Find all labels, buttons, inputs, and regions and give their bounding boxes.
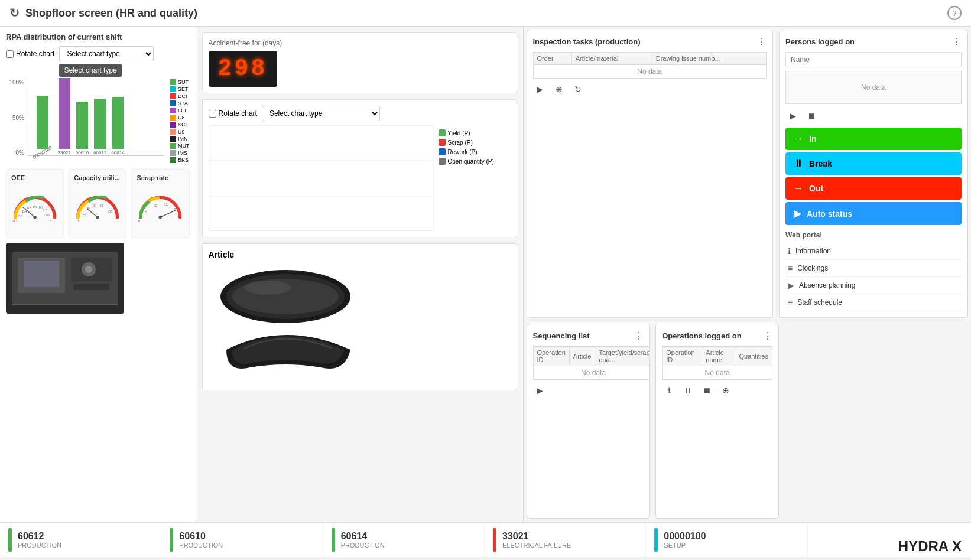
portal-staff[interactable]: ≡ Staff schedule bbox=[785, 294, 962, 311]
scrap-label: Scrap (P) bbox=[448, 139, 473, 146]
inspection-add-btn[interactable]: ⊕ bbox=[552, 82, 566, 96]
rotate-chart-checkbox[interactable] bbox=[6, 50, 14, 58]
op-pause-btn[interactable]: ⏸ bbox=[681, 383, 695, 398]
y-label-100: 100% bbox=[6, 79, 24, 86]
staff-icon: ≡ bbox=[788, 298, 793, 307]
quality-chart-svg bbox=[209, 125, 433, 231]
inspection-play-btn[interactable]: ▶ bbox=[533, 82, 547, 96]
persons-title: Persons logged on bbox=[785, 37, 855, 46]
operations-actions: ℹ ⏸ ⏹ ⊕ bbox=[662, 383, 772, 398]
sequencing-play-btn[interactable]: ▶ bbox=[533, 383, 547, 398]
bar-group-4: 60612 bbox=[93, 99, 106, 155]
portal-absence[interactable]: ▶ Absence planning bbox=[785, 277, 962, 294]
rotate-label: Rotate chart bbox=[16, 50, 54, 58]
svg-text:0.3: 0.3 bbox=[18, 214, 22, 218]
right-bottom-row: Sequencing list ⋮ Operation ID Article T… bbox=[524, 321, 972, 522]
legend-rework: Rework (P) bbox=[439, 148, 506, 155]
yield-label: Yield (P) bbox=[448, 130, 470, 136]
bottom-type-5: SETUP bbox=[664, 542, 706, 549]
bar-legend: SUT SET DCI STA LCI U8 SCI U9 IMN MUT IM… bbox=[170, 79, 190, 163]
inspection-no-data: No data bbox=[533, 65, 767, 79]
left-panel: RPA distribution of current shift Rotate… bbox=[0, 27, 196, 522]
seq-col-article: Article bbox=[569, 347, 595, 366]
machine-image bbox=[6, 243, 124, 314]
status-out-btn[interactable]: → Out bbox=[785, 177, 962, 200]
svg-text:60: 60 bbox=[93, 204, 96, 207]
portal-staff-label: Staff schedule bbox=[797, 298, 842, 307]
bar-label-5: 60614 bbox=[111, 150, 124, 155]
help-icon[interactable]: ? bbox=[947, 6, 962, 20]
hydra-logo-container: HYDRA X bbox=[808, 523, 971, 557]
rotate-checkbox[interactable]: Rotate chart bbox=[6, 50, 54, 58]
accident-section: Accident-free for (days) 298 bbox=[202, 32, 517, 93]
bottom-id-3: 60614 bbox=[341, 531, 385, 542]
bottom-color-1 bbox=[8, 528, 12, 552]
bottom-type-4: ELECTRICAL FAILURE bbox=[502, 542, 571, 549]
sequencing-title: Sequencing list bbox=[533, 331, 590, 340]
persons-stop-btn[interactable]: ⏹ bbox=[804, 109, 819, 123]
rotate-chart-checkbox-2[interactable]: Rotate chart bbox=[209, 109, 257, 118]
op-stop-btn[interactable]: ⏹ bbox=[700, 383, 714, 398]
rotate-checkbox-2[interactable] bbox=[209, 110, 216, 118]
yield-dot bbox=[439, 129, 446, 136]
rework-dot bbox=[439, 148, 446, 155]
legend-sta: STA bbox=[170, 100, 190, 106]
portal-information-label: Information bbox=[795, 247, 831, 255]
web-portal-title: Web portal bbox=[785, 231, 962, 239]
svg-line-11 bbox=[88, 209, 98, 217]
inspection-header: Inspection tasks (production) ⋮ bbox=[533, 36, 767, 47]
svg-point-20 bbox=[159, 216, 162, 219]
legend-dci: DCI bbox=[170, 93, 190, 99]
inspection-menu-btn[interactable]: ⋮ bbox=[757, 36, 767, 47]
app-title: Shopfloor screen (HR and quality) bbox=[25, 7, 197, 19]
sequencing-no-data-row: No data bbox=[533, 366, 650, 380]
sequencing-no-data: No data bbox=[533, 366, 650, 380]
scrap-widget: Scrap rate 0 5 10 15 2. bbox=[131, 169, 189, 238]
legend-bks: BKS bbox=[170, 157, 190, 163]
scrap-gauge: 0 5 10 15 2. bbox=[137, 184, 184, 231]
operations-table: Operation ID Article name Quantities No … bbox=[662, 346, 772, 380]
bar-group-3: 60610 bbox=[76, 102, 89, 155]
quality-chart-section: Rotate chart Select chart type bbox=[202, 99, 517, 237]
rpa-title: RPA distribution of current shift bbox=[6, 32, 190, 41]
op-add-btn[interactable]: ⊕ bbox=[719, 383, 733, 398]
inspection-col-order: Order bbox=[533, 53, 571, 65]
break-icon: ⏸ bbox=[794, 158, 803, 169]
status-break-btn[interactable]: ⏸ Break bbox=[785, 152, 962, 175]
bottom-color-5 bbox=[654, 528, 658, 552]
op-col-qty: Quantities bbox=[735, 347, 772, 366]
auto-icon: ▶ bbox=[794, 208, 801, 219]
oee-gauge: 0.2 0.3 0.4 0.5 0.6 0.7 0.8 0.9 1. bbox=[11, 184, 59, 231]
persons-play-btn[interactable]: ▶ bbox=[785, 109, 800, 123]
status-in-btn[interactable]: → In bbox=[785, 128, 962, 150]
bottom-id-4: 33021 bbox=[502, 531, 571, 542]
out-label: Out bbox=[809, 184, 823, 193]
sequencing-menu-btn[interactable]: ⋮ bbox=[634, 330, 643, 341]
bottom-color-4 bbox=[493, 528, 496, 552]
out-icon: → bbox=[794, 183, 803, 194]
inspection-refresh-btn[interactable]: ↻ bbox=[571, 82, 585, 96]
bottom-item-4: 33021 ELECTRICAL FAILURE bbox=[485, 523, 646, 557]
status-auto-btn[interactable]: ▶ Auto status bbox=[785, 202, 962, 225]
bottom-info-5: 00000100 SETUP bbox=[664, 531, 706, 549]
svg-text:100: 100 bbox=[107, 210, 112, 213]
operations-menu-btn[interactable]: ⋮ bbox=[763, 330, 772, 341]
svg-rect-33 bbox=[24, 261, 59, 287]
capacity-title: Capacity utili... bbox=[74, 174, 121, 181]
right-top-row: Inspection tasks (production) ⋮ Order Ar… bbox=[524, 27, 972, 321]
op-info-btn[interactable]: ℹ bbox=[662, 383, 676, 398]
name-input[interactable] bbox=[785, 52, 962, 67]
chart-type-select[interactable]: Select chart type bbox=[59, 46, 154, 61]
bar-3 bbox=[76, 102, 88, 149]
bottom-info-3: 60614 PRODUCTION bbox=[341, 531, 385, 549]
portal-information[interactable]: ℹ Information bbox=[785, 243, 962, 260]
sequencing-table: Operation ID Article Target/yield/scrap … bbox=[533, 346, 650, 380]
rotate-label-2: Rotate chart bbox=[219, 109, 257, 118]
svg-text:0.9: 0.9 bbox=[46, 213, 50, 217]
persons-right-spacer bbox=[782, 321, 971, 522]
persons-menu-btn[interactable]: ⋮ bbox=[952, 36, 962, 47]
capacity-gauge: 0 20 40 60 80 100 bbox=[74, 184, 121, 231]
portal-clockings[interactable]: ≡ Clockings bbox=[785, 260, 962, 277]
inspection-col-drawing: Drawing issue numb... bbox=[652, 53, 766, 65]
chart-type-select-2[interactable]: Select chart type bbox=[262, 106, 380, 121]
